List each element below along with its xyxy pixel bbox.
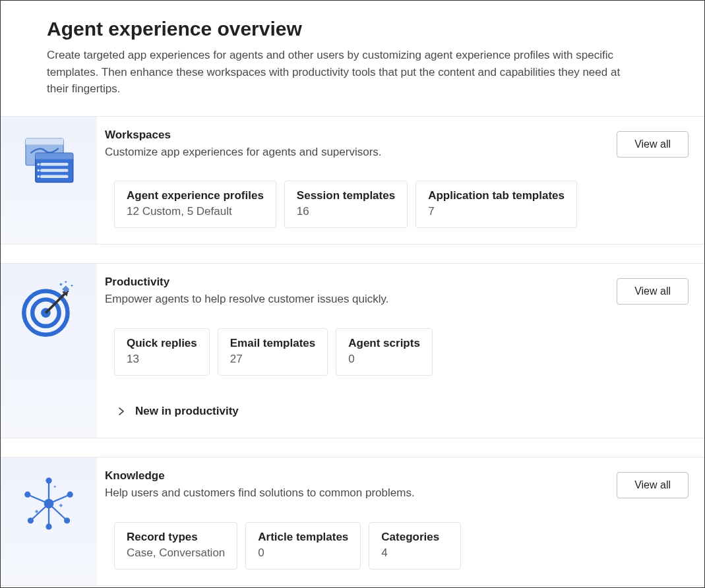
tile-record-types[interactable]: Record types Case, Conversation xyxy=(114,522,237,570)
workspaces-text: Workspaces Customize app experiences for… xyxy=(105,129,603,160)
productivity-view-all-button[interactable]: View all xyxy=(617,278,689,305)
tile-agent-scripts[interactable]: Agent scripts 0 xyxy=(336,328,433,376)
tile-application-tab-templates[interactable]: Application tab templates 7 xyxy=(415,181,577,228)
svg-point-24 xyxy=(46,478,51,484)
knowledge-body: Knowledge Help users and customers find … xyxy=(97,457,704,585)
svg-rect-5 xyxy=(40,169,68,172)
svg-point-28 xyxy=(64,517,70,523)
tile-title: Agent experience profiles xyxy=(127,189,264,202)
productivity-text: Productivity Empower agents to help reso… xyxy=(105,276,603,307)
tile-value: 13 xyxy=(127,353,197,366)
svg-rect-6 xyxy=(40,175,68,178)
section-productivity: Productivity Empower agents to help reso… xyxy=(1,263,704,438)
tile-article-templates[interactable]: Article templates 0 xyxy=(245,522,361,570)
svg-point-9 xyxy=(38,175,40,177)
svg-point-25 xyxy=(24,492,30,498)
section-knowledge: Knowledge Help users and customers find … xyxy=(1,457,704,586)
workspaces-icon xyxy=(18,132,79,196)
tile-session-templates[interactable]: Session templates 16 xyxy=(284,181,408,228)
page-description: Create targeted app experiences for agen… xyxy=(47,47,627,98)
svg-rect-3 xyxy=(36,153,73,159)
tile-title: Session templates xyxy=(297,189,395,202)
workspaces-header-row: Workspaces Customize app experiences for… xyxy=(105,129,689,160)
productivity-header-row: Productivity Empower agents to help reso… xyxy=(105,276,689,307)
knowledge-icon-pane xyxy=(1,457,97,585)
knowledge-header-row: Knowledge Help users and customers find … xyxy=(105,469,689,501)
workspaces-tiles: Agent experience profiles 12 Custom, 5 D… xyxy=(114,181,689,228)
tile-value: Case, Conversation xyxy=(127,546,225,560)
tile-value: 0 xyxy=(348,353,420,366)
page-title: Agent experience overview xyxy=(47,18,658,40)
tile-title: Quick replies xyxy=(127,337,197,350)
section-workspaces: Workspaces Customize app experiences for… xyxy=(1,116,704,245)
workspaces-icon-pane xyxy=(1,117,97,245)
workspaces-view-all-button[interactable]: View all xyxy=(617,131,689,158)
tile-categories[interactable]: Categories 4 xyxy=(369,522,461,570)
svg-point-7 xyxy=(38,163,40,165)
svg-point-14 xyxy=(60,283,63,286)
network-icon xyxy=(18,473,79,537)
page-header: Agent experience overview Create targete… xyxy=(1,1,704,116)
productivity-tiles: Quick replies 13 Email templates 27 Agen… xyxy=(114,328,689,376)
tile-value: 27 xyxy=(230,353,315,366)
tile-agent-experience-profiles[interactable]: Agent experience profiles 12 Custom, 5 D… xyxy=(114,181,276,228)
target-icon xyxy=(18,279,79,343)
productivity-subtitle: Empower agents to help resolve customer … xyxy=(105,291,603,307)
svg-point-8 xyxy=(38,169,40,171)
svg-rect-4 xyxy=(40,163,68,166)
knowledge-view-all-button[interactable]: View all xyxy=(617,472,689,498)
svg-rect-1 xyxy=(26,138,63,144)
workspaces-title: Workspaces xyxy=(105,129,603,142)
tile-email-templates[interactable]: Email templates 27 xyxy=(218,328,328,376)
productivity-body: Productivity Empower agents to help reso… xyxy=(97,264,704,438)
tile-quick-replies[interactable]: Quick replies 13 xyxy=(114,328,210,376)
expander-label: New in productivity xyxy=(135,405,239,418)
productivity-title: Productivity xyxy=(105,276,603,289)
svg-point-27 xyxy=(28,517,34,523)
workspaces-subtitle: Customize app experiences for agents and… xyxy=(105,144,603,160)
svg-point-29 xyxy=(46,523,51,529)
tile-title: Categories xyxy=(381,531,448,544)
svg-point-15 xyxy=(65,281,67,283)
tile-title: Email templates xyxy=(230,337,315,350)
tile-title: Application tab templates xyxy=(428,189,565,202)
tile-value: 7 xyxy=(428,205,565,218)
new-in-productivity-expander[interactable]: New in productivity xyxy=(117,401,689,422)
knowledge-text: Knowledge Help users and customers find … xyxy=(105,469,603,501)
tile-value: 4 xyxy=(381,546,448,560)
knowledge-subtitle: Help users and customers find solutions … xyxy=(105,485,603,501)
svg-point-26 xyxy=(67,492,73,498)
chevron-right-icon xyxy=(117,407,126,416)
tile-title: Agent scripts xyxy=(348,337,420,350)
productivity-icon-pane xyxy=(1,264,97,438)
tile-value: 12 Custom, 5 Default xyxy=(127,205,264,218)
tile-title: Article templates xyxy=(258,531,348,544)
tile-value: 16 xyxy=(297,205,395,218)
workspaces-body: Workspaces Customize app experiences for… xyxy=(97,117,704,245)
tile-value: 0 xyxy=(258,546,348,560)
knowledge-tiles: Record types Case, Conversation Article … xyxy=(114,522,689,570)
svg-point-16 xyxy=(71,285,73,287)
knowledge-title: Knowledge xyxy=(105,469,603,483)
svg-point-23 xyxy=(44,499,54,509)
tile-title: Record types xyxy=(127,531,225,544)
